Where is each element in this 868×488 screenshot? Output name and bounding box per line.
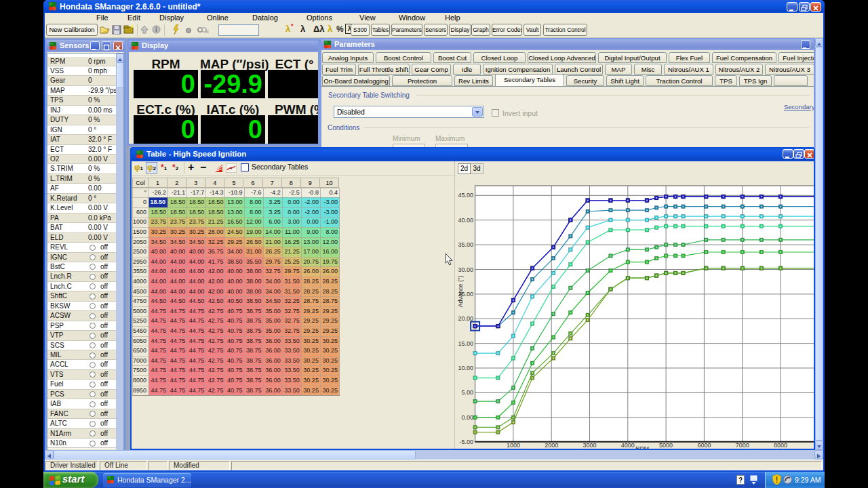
svg-text:RPM: RPM [635, 445, 649, 451]
svg-text:1000: 1000 [507, 442, 520, 449]
svg-text:15.00: 15.00 [458, 340, 473, 347]
svg-text:45.00: 45.00 [458, 192, 473, 199]
svg-text:8000: 8000 [774, 442, 787, 449]
svg-text:40.00: 40.00 [458, 217, 473, 224]
svg-text:3000: 3000 [583, 442, 596, 449]
svg-text:-5.00: -5.00 [459, 439, 473, 445]
svg-text:7000: 7000 [736, 442, 749, 449]
svg-text:2000: 2000 [545, 442, 558, 449]
svg-text:3D: 3D [205, 30, 209, 34]
svg-text:35.00: 35.00 [458, 241, 473, 248]
svg-text:5000: 5000 [659, 442, 673, 449]
svg-text:5.00: 5.00 [461, 389, 473, 396]
svg-text:0.00: 0.00 [461, 414, 473, 421]
svg-text:Advance (°): Advance (°) [457, 275, 464, 307]
svg-text:6000: 6000 [697, 442, 711, 449]
svg-text:4000: 4000 [621, 442, 635, 449]
svg-text:10.00: 10.00 [458, 365, 473, 371]
svg-text:30.00: 30.00 [458, 266, 473, 273]
